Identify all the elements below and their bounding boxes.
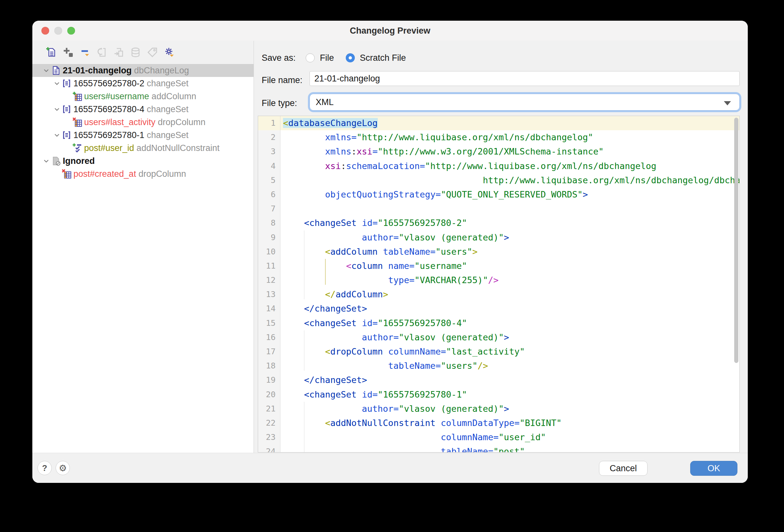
- line-number: 8: [258, 216, 280, 230]
- save-as-radio-group: File Scratch File: [306, 51, 406, 65]
- code-line: </changeSet>: [280, 301, 739, 316]
- code-line: <databaseChangeLog: [280, 116, 739, 130]
- code-line: author="vlasov (generated)">: [280, 231, 739, 245]
- cancel-button[interactable]: Cancel: [599, 461, 647, 476]
- radio-group-file[interactable]: File: [306, 53, 334, 63]
- code-line: columnName="user_id": [280, 430, 739, 444]
- settings-button[interactable]: [164, 47, 175, 58]
- tree-row-label: 1655756925780-4 changeSet: [74, 105, 189, 114]
- code-line: http://www.liquibase.org/xml/ns/dbchange…: [280, 173, 739, 187]
- remove-button[interactable]: [80, 47, 90, 58]
- titlebar: Changelog Preview: [32, 21, 748, 41]
- line-number: 9: [258, 231, 280, 245]
- xml-preview-editor[interactable]: 123456789101112131415161718192021222324 …: [258, 116, 740, 452]
- code-line: tableName="post": [280, 444, 739, 452]
- line-number: 17: [258, 345, 280, 359]
- tree-row-label: post#created_at dropColumn: [74, 169, 186, 179]
- line-number: 7: [258, 202, 280, 216]
- chevron-down-icon[interactable]: [42, 157, 51, 165]
- file-type-value: XML: [316, 97, 334, 107]
- file-radio[interactable]: [306, 53, 315, 62]
- tree-row[interactable]: 1655756925780-4 changeSet: [32, 103, 254, 116]
- file-type-select[interactable]: XML: [310, 94, 740, 111]
- code-line: objectQuotingStrategy="QUOTE_ONLY_RESERV…: [280, 187, 739, 202]
- code-line: <addColumn tableName="users">: [280, 245, 739, 259]
- code-line: <changeSet id="1655756925780-4": [280, 316, 739, 330]
- radio-group-scratch-file[interactable]: Scratch File: [346, 53, 406, 63]
- line-number: 15: [258, 316, 280, 330]
- dialog-footer: ? ⚙ Cancel OK: [32, 453, 748, 483]
- line-number: 5: [258, 173, 280, 187]
- dialog-title: Changelog Preview: [32, 21, 748, 41]
- editor-scrollbar[interactable]: [734, 118, 738, 363]
- chevron-down-icon[interactable]: [53, 105, 61, 113]
- scratch-file-radio[interactable]: [346, 53, 355, 62]
- tree-row[interactable]: 1655756925780-2 changeSet: [32, 77, 254, 90]
- editor-gutter: 123456789101112131415161718192021222324: [258, 116, 280, 452]
- line-number: 12: [258, 273, 280, 287]
- ok-button[interactable]: OK: [690, 461, 737, 476]
- add-column-icon: [73, 91, 82, 101]
- line-number: 11: [258, 259, 280, 273]
- line-number: 23: [258, 430, 280, 444]
- settings-button[interactable]: ⚙: [56, 461, 70, 475]
- tree-row[interactable]: 1655756925780-1 changeSet: [32, 129, 254, 142]
- tree-row[interactable]: users#last_activity dropColumn: [32, 116, 254, 129]
- file-name-input[interactable]: [310, 71, 740, 86]
- file-radio-label: File: [320, 53, 334, 63]
- code-line: <changeSet id="1655756925780-2": [280, 216, 739, 230]
- scratch-file-radio-label: Scratch File: [360, 53, 406, 63]
- code-line: <column name="username": [280, 259, 739, 273]
- line-number: 10: [258, 245, 280, 259]
- tree-row-label: 1655756925780-2 changeSet: [74, 79, 189, 89]
- chevron-down-icon[interactable]: [42, 66, 51, 75]
- code-line: <changeSet id="1655756925780-1": [280, 387, 739, 402]
- line-number: 19: [258, 373, 280, 387]
- changelog-tree[interactable]: 21-01-changelog dbChangeLog1655756925780…: [32, 64, 254, 453]
- line-number: 24: [258, 444, 280, 452]
- changeset-icon: [62, 79, 72, 88]
- chevron-down-icon[interactable]: [53, 79, 61, 88]
- code-line: <dropColumn columnName="last_activity": [280, 345, 739, 359]
- add-button[interactable]: [63, 47, 74, 58]
- help-button[interactable]: ?: [37, 461, 52, 475]
- database-button: [130, 47, 141, 58]
- tree-row-label: 21-01-changelog dbChangeLog: [63, 66, 189, 76]
- line-number: 13: [258, 287, 280, 301]
- constraint-icon: [73, 143, 82, 153]
- editor-code[interactable]: <databaseChangeLog xmlns="http://www.liq…: [280, 116, 739, 452]
- tree-row[interactable]: 21-01-changelog dbChangeLog: [32, 64, 254, 77]
- code-line: author="vlasov (generated)">: [280, 330, 739, 345]
- tree-row-label: post#user_id addNotNullConstraint: [84, 143, 220, 153]
- ignored-icon: [51, 156, 61, 166]
- drop-column-icon: [62, 169, 72, 179]
- changeset-icon: [62, 105, 72, 114]
- tree-row-label: 1655756925780-1 changeSet: [74, 130, 189, 140]
- code-line: xsi:schemaLocation="http://www.liquibase…: [280, 159, 739, 173]
- chevron-down-icon[interactable]: [53, 131, 61, 139]
- new-changelog-button[interactable]: [46, 47, 57, 58]
- changelog-tree-panel: 21-01-changelog dbChangeLog1655756925780…: [32, 41, 254, 453]
- tree-row[interactable]: post#created_at dropColumn: [32, 168, 254, 180]
- tree-toolbar: [32, 41, 254, 64]
- code-line: author="vlasov (generated)">: [280, 402, 739, 416]
- file-name-label: File name:: [262, 75, 302, 85]
- line-number: 3: [258, 145, 280, 159]
- screen: Changelog Preview 21-01-changelog dbChan…: [0, 0, 784, 532]
- line-number: 2: [258, 130, 280, 145]
- chevron-down-icon: [724, 101, 731, 106]
- changeset-icon: [62, 130, 72, 140]
- tree-row[interactable]: users#username addColumn: [32, 90, 254, 103]
- tree-row-label: users#username addColumn: [84, 91, 196, 101]
- code-line: </changeSet>: [280, 373, 739, 387]
- gear-icon: ⚙: [59, 463, 67, 473]
- line-number: 14: [258, 301, 280, 316]
- tree-row[interactable]: post#user_id addNotNullConstraint: [32, 142, 254, 154]
- line-number: 20: [258, 387, 280, 402]
- preview-panel: Save as: File Scratch File File name: Fi…: [254, 41, 748, 453]
- tree-row-label: Ignored: [63, 156, 95, 166]
- changelog-icon: [51, 66, 61, 75]
- tree-row[interactable]: Ignored: [32, 154, 254, 168]
- changelog-preview-dialog: Changelog Preview 21-01-changelog dbChan…: [32, 21, 748, 483]
- code-line: xmlns="http://www.liquibase.org/xml/ns/d…: [280, 130, 739, 145]
